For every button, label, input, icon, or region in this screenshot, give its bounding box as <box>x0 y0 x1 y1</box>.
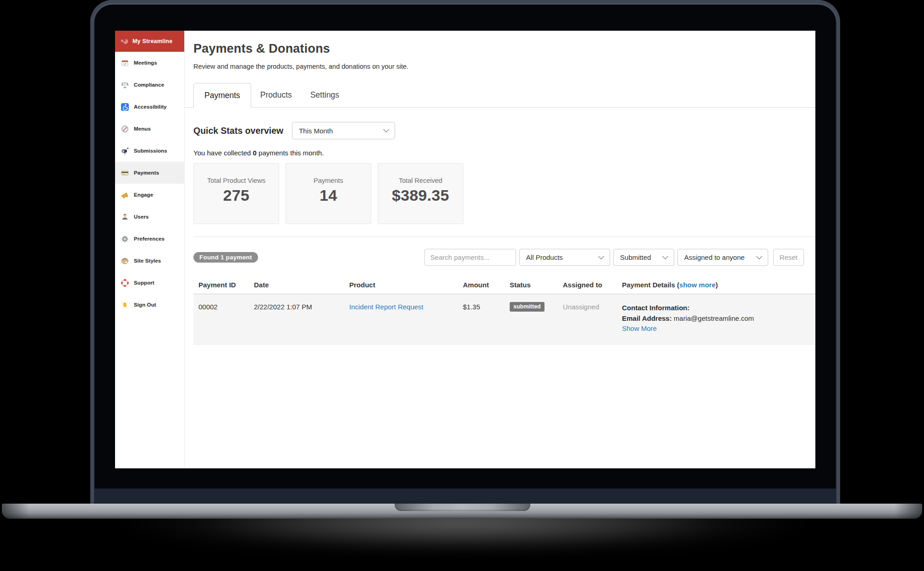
sidebar-item-label: Sign Out <box>134 302 156 307</box>
sidebar: My Streamline 17 <box>115 31 185 468</box>
period-select[interactable]: This Month <box>292 122 395 139</box>
product-link[interactable]: Incident Report Request <box>349 303 424 311</box>
cell-date: 2/22/2022 1:07 PM <box>254 303 349 334</box>
stat-card-product-views: Total Product Views 275 <box>193 163 279 224</box>
gear-icon <box>121 235 129 243</box>
sidebar-item-label: Site Styles <box>134 258 161 264</box>
table-row: 00002 2/22/2022 1:07 PM Incident Report … <box>193 294 815 345</box>
brand-label: My Streamline <box>132 38 172 44</box>
sidebar-item-label: Meetings <box>134 60 157 66</box>
product-filter-value: All Products <box>526 253 563 261</box>
app-window: My Streamline 17 <box>115 31 815 468</box>
col-assigned-to: Assigned to <box>563 281 622 289</box>
status-badge: submitted <box>510 302 544 312</box>
sidebar-item-site-styles[interactable]: Site Styles <box>115 250 184 272</box>
assigned-filter-value: Assigned to anyone <box>684 253 745 261</box>
tab-products[interactable]: Products <box>251 83 301 107</box>
stat-card-value: 275 <box>194 187 279 204</box>
svg-text:17: 17 <box>123 62 126 65</box>
stat-card-value: $389.35 <box>378 187 463 204</box>
accessibility-icon <box>121 103 129 111</box>
page-subtitle: Review and manage the products, payments… <box>193 62 815 71</box>
tab-bar: Payments Products Settings <box>185 82 815 108</box>
stat-card-label: Total Product Views <box>194 177 279 184</box>
laptop-base-notch <box>395 504 530 511</box>
found-count-badge: Found 1 payment <box>193 252 258 263</box>
megaphone-icon <box>121 191 129 199</box>
cell-assigned-to: Unassigned <box>563 303 622 334</box>
period-select-value: This Month <box>299 127 333 135</box>
sidebar-item-accessibility[interactable]: Accessibility <box>115 96 184 118</box>
col-date: Date <box>254 281 349 289</box>
streamline-swirl-icon <box>121 38 128 45</box>
palette-icon <box>121 257 129 265</box>
compass-icon <box>121 125 129 133</box>
cell-amount: $1.35 <box>463 303 510 334</box>
tab-settings[interactable]: Settings <box>301 83 348 107</box>
sidebar-item-label: Accessibility <box>134 104 167 110</box>
laptop-hinge <box>94 489 836 504</box>
sidebar-item-sign-out[interactable]: Sign Out <box>115 294 184 316</box>
laptop-mockup: My Streamline 17 <box>0 0 924 571</box>
reset-button[interactable]: Reset <box>773 249 804 266</box>
sidebar-item-label: Payments <box>134 170 159 176</box>
calendar-icon: 17 <box>121 59 129 67</box>
sidebar-item-engage[interactable]: Engage <box>115 184 184 206</box>
tab-payments[interactable]: Payments <box>193 83 251 108</box>
sidebar-item-label: Engage <box>134 192 153 198</box>
stat-card-label: Total Received <box>378 177 463 184</box>
stat-card-label: Payments <box>286 177 371 184</box>
email-line: Email Address: maria@getstreamline.com <box>622 313 815 324</box>
sidebar-item-preferences[interactable]: Preferences <box>115 228 184 250</box>
waving-hand-icon <box>121 301 129 309</box>
email-value: maria@getstreamline.com <box>674 314 754 322</box>
table-header: Payment ID Date Product Amount Status As… <box>193 281 815 294</box>
sidebar-item-meetings[interactable]: 17 Meetings <box>115 52 184 74</box>
sidebar-item-label: Users <box>134 214 148 220</box>
user-icon <box>121 213 129 221</box>
status-filter-select[interactable]: Submitted <box>613 249 674 266</box>
main-content: Payments & Donations Review and manage t… <box>185 31 815 468</box>
col-product: Product <box>349 281 463 289</box>
sidebar-brand[interactable]: My Streamline <box>115 31 184 52</box>
sidebar-item-payments[interactable]: Payments <box>115 162 184 184</box>
stat-card-value: 14 <box>286 187 371 204</box>
col-amount: Amount <box>463 281 510 289</box>
sidebar-item-support[interactable]: Support <box>115 272 184 294</box>
credit-card-icon <box>121 169 129 177</box>
sidebar-item-compliance[interactable]: Compliance <box>115 74 184 96</box>
sidebar-item-users[interactable]: Users <box>115 206 184 228</box>
stats-cards: Total Product Views 275 Payments 14 Tota… <box>193 163 815 224</box>
page-title: Payments & Donations <box>193 41 815 56</box>
cell-product: Incident Report Request <box>349 303 463 334</box>
col-payment-id: Payment ID <box>193 281 254 289</box>
product-filter-select[interactable]: All Products <box>519 249 610 266</box>
cell-payment-details: Contact Information: Email Address: mari… <box>622 303 815 334</box>
sidebar-item-submissions[interactable]: Submissions <box>115 140 184 162</box>
collected-summary: You have collected 0 payments this month… <box>193 149 815 157</box>
show-more-columns-link[interactable]: show more <box>679 281 715 289</box>
section-divider <box>193 236 815 237</box>
chevron-down-icon <box>598 253 604 259</box>
sidebar-item-label: Menus <box>134 126 151 132</box>
collected-count: 0 <box>253 149 257 157</box>
chevron-down-icon <box>662 253 668 259</box>
stat-card-total-received: Total Received $389.35 <box>378 163 463 224</box>
sidebar-item-label: Submissions <box>134 148 167 154</box>
col-payment-details: Payment Details (show more) <box>622 281 815 289</box>
scales-icon <box>121 81 129 89</box>
chevron-down-icon <box>756 253 762 259</box>
assigned-filter-select[interactable]: Assigned to anyone <box>677 249 768 266</box>
sidebar-nav: 17 Meetings <box>115 52 184 316</box>
search-input[interactable] <box>424 249 516 266</box>
payments-table: Payment ID Date Product Amount Status As… <box>193 281 815 345</box>
status-filter-value: Submitted <box>620 253 651 261</box>
col-status: Status <box>510 281 563 289</box>
laptop-screen: My Streamline 17 <box>90 0 840 504</box>
life-ring-icon <box>121 279 129 287</box>
cell-status: submitted <box>510 303 563 334</box>
show-more-link[interactable]: Show More <box>622 324 657 332</box>
sidebar-item-menus[interactable]: Menus <box>115 118 184 140</box>
sidebar-item-label: Support <box>134 280 154 286</box>
cell-payment-id: 00002 <box>193 303 254 334</box>
